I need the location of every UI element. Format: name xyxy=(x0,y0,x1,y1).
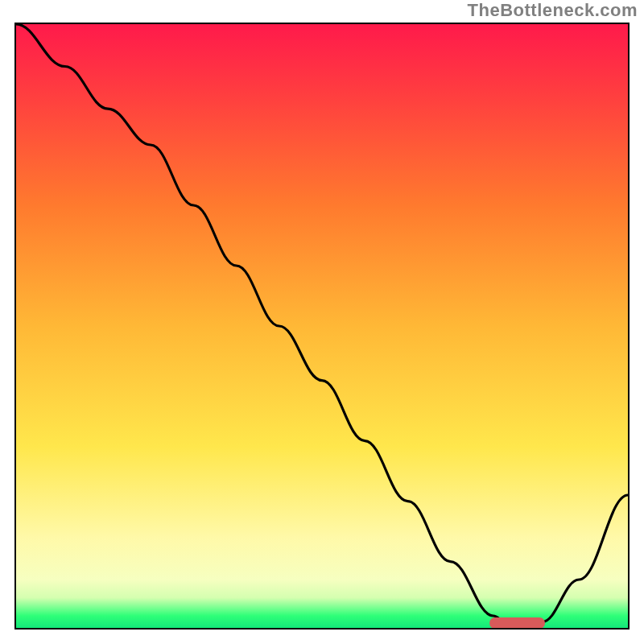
line-curve xyxy=(16,24,628,628)
optimum-marker xyxy=(489,617,545,629)
plot-area xyxy=(14,23,630,630)
watermark-text: TheBottleneck.com xyxy=(468,0,638,21)
curve-path xyxy=(16,24,628,622)
chart-container: TheBottleneck.com xyxy=(0,0,644,644)
